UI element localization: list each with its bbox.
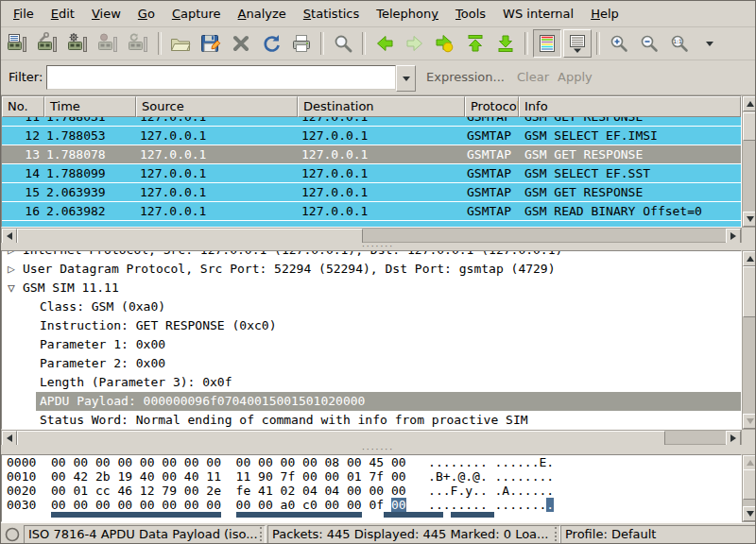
menu-go[interactable]: Go <box>129 4 163 24</box>
column-header-source[interactable]: Source <box>136 96 298 117</box>
hex-row[interactable]: 001000 42 2b 19 40 00 40 1111 90 7f 00 0… <box>2 469 741 484</box>
go-to-bottom-button[interactable] <box>491 29 520 58</box>
reload-button[interactable] <box>257 29 285 58</box>
filter-input[interactable] <box>46 65 396 90</box>
packet-row-clipped[interactable]: 11 1.788031 127.0.0.1 127.0.0.1 GSMTAP G… <box>2 117 741 127</box>
save-file-button[interactable] <box>197 29 225 58</box>
detail-line-status-word[interactable]: Status Word: Normal ending of command wi… <box>2 411 741 430</box>
packet-row-selected[interactable]: 13 1.788078 127.0.0.1 127.0.0.1 GSMTAP G… <box>2 145 741 164</box>
scroll-down-button[interactable] <box>743 506 756 521</box>
expander-icon[interactable]: ▷ <box>8 260 23 279</box>
go-to-top-button[interactable] <box>461 29 490 58</box>
menu-help[interactable]: Help <box>582 4 627 24</box>
packet-row[interactable]: 15 2.063939 127.0.0.1 127.0.0.1 GSMTAP G… <box>2 183 741 202</box>
auto-scroll-button[interactable] <box>563 29 592 58</box>
zoom-in-button[interactable] <box>605 29 633 58</box>
detail-line-parameter1[interactable]: Parameter 1: 0x00 <box>2 335 741 354</box>
column-header-info[interactable]: Info <box>519 96 741 117</box>
detail-line-class[interactable]: Class: GSM (0xa0) <box>2 298 741 316</box>
expander-icon[interactable]: ▷ <box>8 251 23 260</box>
expression-button[interactable]: Expression... <box>426 70 505 84</box>
list-interfaces-button[interactable] <box>4 29 32 58</box>
profile-box[interactable]: Profile: Default <box>560 525 756 544</box>
go-to-packet-button[interactable] <box>431 29 459 58</box>
column-header-no[interactable]: No. <box>2 96 44 117</box>
packet-row[interactable]: 14 1.788099 127.0.0.1 127.0.0.1 GSMTAP G… <box>2 164 741 183</box>
scroll-left-button[interactable] <box>2 431 17 446</box>
packet-list-hscrollbar[interactable] <box>1 228 742 243</box>
scroll-up-button[interactable] <box>743 96 756 111</box>
scrollbar-thumb[interactable] <box>17 229 363 244</box>
capture-options-button[interactable] <box>34 29 62 58</box>
clear-filter-button[interactable]: Clear <box>517 70 549 84</box>
stop-capture-button[interactable] <box>94 29 123 58</box>
column-header-destination[interactable]: Destination <box>298 96 465 117</box>
toolbar-overflow-button[interactable] <box>696 29 724 58</box>
detail-line-instruction[interactable]: Instruction: GET RESPONSE (0xc0) <box>2 316 741 335</box>
detail-line-gsm-sim[interactable]: ▽GSM SIM 11.11 <box>2 279 741 298</box>
packet-row[interactable]: 12 1.788053 127.0.0.1 127.0.0.1 GSMTAP G… <box>2 127 741 145</box>
menu-ws-internal[interactable]: WS internal <box>494 4 582 24</box>
menu-file[interactable]: File <box>5 4 43 24</box>
statusbar-grip[interactable] <box>260 527 266 541</box>
menu-telephony[interactable]: Telephony <box>368 4 447 24</box>
print-button[interactable] <box>287 29 316 58</box>
selected-hex-byte[interactable]: 00 <box>391 498 406 512</box>
detail-line-parameter2[interactable]: Parameter 2: 0x00 <box>2 354 741 373</box>
menu-view[interactable]: View <box>83 4 129 24</box>
open-file-button[interactable] <box>166 29 195 58</box>
close-file-button[interactable] <box>227 29 255 58</box>
scroll-down-button[interactable] <box>743 414 756 429</box>
menu-tools[interactable]: Tools <box>447 4 494 24</box>
selected-ascii-char[interactable]: . <box>546 498 554 512</box>
hex-dump-pane: 000000 00 00 00 00 00 00 0000 00 00 00 0… <box>1 454 742 522</box>
expander-icon[interactable]: ▽ <box>8 279 23 298</box>
pane-splitter[interactable]: ······· <box>1 445 755 454</box>
restart-capture-button[interactable] <box>125 29 153 58</box>
apply-filter-button[interactable]: Apply <box>558 70 593 84</box>
scrollbar-thumb[interactable] <box>743 469 756 500</box>
go-back-button[interactable] <box>370 29 399 58</box>
hex-row[interactable]: 002000 01 cc 46 12 79 00 2efe 41 02 04 0… <box>2 484 741 498</box>
details-hscrollbar[interactable] <box>1 430 742 445</box>
hex-row-clipped-selection[interactable] <box>2 512 741 520</box>
scroll-up-button[interactable] <box>743 455 756 470</box>
expert-info-button[interactable] <box>4 526 21 543</box>
menu-capture[interactable]: Capture <box>163 4 230 24</box>
detail-line-apdu-payload-selected[interactable]: APDU Payload: 000000096f0704001500150102… <box>36 392 741 411</box>
scroll-left-button[interactable] <box>2 229 17 244</box>
packet-list-vscrollbar[interactable] <box>742 95 756 228</box>
column-header-time[interactable]: Time <box>44 96 136 117</box>
main-toolbar: 1:1 <box>1 27 755 60</box>
zoom-original-button[interactable]: 1:1 <box>665 29 694 58</box>
scrollbar-thumb[interactable] <box>17 431 665 446</box>
filter-history-dropdown[interactable] <box>396 65 416 92</box>
menu-statistics[interactable]: Statistics <box>295 4 368 24</box>
menu-analyze[interactable]: Analyze <box>230 4 295 24</box>
up-arrow-icon <box>747 460 754 466</box>
hex-row[interactable]: 000000 00 00 00 00 00 00 0000 00 00 00 0… <box>2 455 741 469</box>
detail-line-clipped[interactable]: ▷Internet Protocol, Src: 127.0.0.1 (127.… <box>2 251 741 260</box>
menu-edit[interactable]: Edit <box>43 4 83 24</box>
selection-bar <box>384 512 443 518</box>
column-header-protocol[interactable]: Protocol <box>465 96 519 117</box>
filter-label[interactable]: Filter: <box>9 70 43 84</box>
find-packet-button[interactable] <box>329 29 357 58</box>
start-capture-button[interactable] <box>64 29 93 58</box>
scroll-right-button[interactable] <box>726 431 741 446</box>
scrollbar-thumb[interactable] <box>743 112 756 141</box>
scroll-down-button[interactable] <box>743 212 756 227</box>
go-forward-button[interactable] <box>401 29 429 58</box>
scroll-up-button[interactable] <box>743 251 756 266</box>
detail-line-udp[interactable]: ▷User Datagram Protocol, Src Port: 52294… <box>2 260 741 279</box>
scroll-right-button[interactable] <box>726 229 741 244</box>
detail-line-length[interactable]: Length (Parameter 3): 0x0f <box>2 373 741 392</box>
colorize-button[interactable] <box>533 29 561 58</box>
scrollbar-thumb[interactable] <box>743 266 756 317</box>
zoom-out-button[interactable] <box>635 29 663 58</box>
pane-splitter[interactable]: ······· <box>1 243 755 250</box>
hex-row[interactable]: 003000 00 00 00 00 00 00 0000 00 a0 c0 0… <box>2 498 741 512</box>
details-vscrollbar[interactable] <box>742 250 756 430</box>
packet-row[interactable]: 16 2.063982 127.0.0.1 127.0.0.1 GSMTAP G… <box>2 202 741 221</box>
hex-vscrollbar[interactable] <box>742 454 756 522</box>
